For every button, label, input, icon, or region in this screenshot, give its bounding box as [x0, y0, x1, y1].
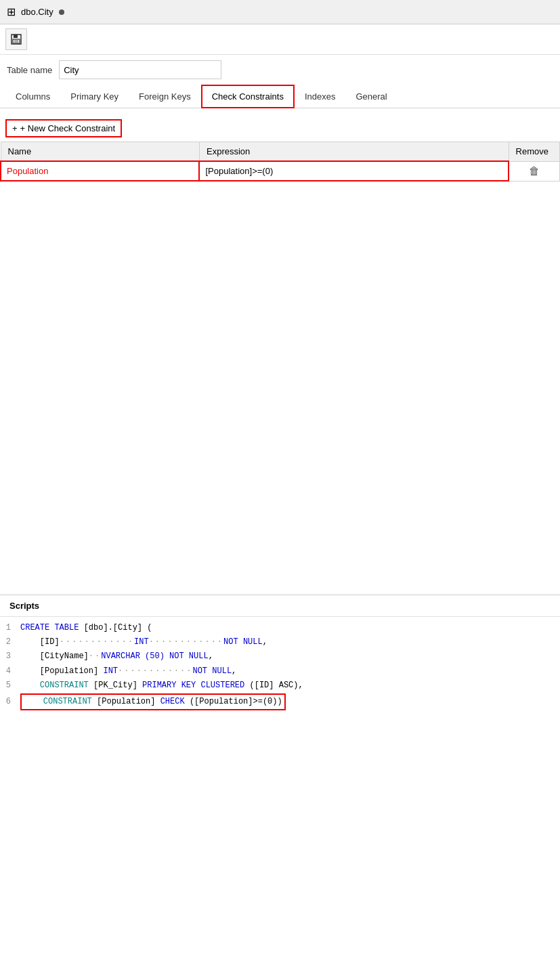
scripts-body: 1 CREATE TABLE [dbo].[City] ( 2 [ID]····…	[0, 617, 560, 715]
line-content-4: [Population] INT············NOT NULL,	[20, 665, 236, 678]
line-content-6: CONSTRAINT [Population] CHECK ([Populati…	[20, 693, 286, 710]
constraint-expression-cell[interactable]: [Population]>=(0)	[199, 161, 509, 181]
script-line-2: 2 [ID]············INT············NOT NUL…	[0, 635, 560, 649]
tab-columns[interactable]: Columns	[5, 85, 60, 108]
remove-constraint-button[interactable]: 🗑	[529, 165, 540, 177]
script-line-5: 5 CONSTRAINT [PK_City] PRIMARY KEY CLUST…	[0, 679, 560, 693]
line-num-5: 5	[0, 679, 20, 692]
tabs-bar: Columns Primary Key Foreign Keys Check C…	[0, 85, 560, 108]
scripts-section: Scripts 1 CREATE TABLE [dbo].[City] ( 2 …	[0, 595, 560, 715]
line-num-3: 3	[0, 650, 20, 663]
line-num-1: 1	[0, 622, 20, 635]
col-header-expression: Expression	[199, 142, 509, 162]
save-button[interactable]	[5, 28, 27, 50]
line-num-6: 6	[0, 695, 20, 708]
table-row: Population [Population]>=(0) 🗑	[1, 161, 560, 181]
add-constraint-button[interactable]: + + New Check Constraint	[5, 119, 122, 137]
table-name-label: Table name	[7, 65, 52, 75]
table-name-row: Table name	[0, 55, 560, 85]
line-num-4: 4	[0, 665, 20, 678]
tab-primary-key[interactable]: Primary Key	[60, 85, 129, 108]
svg-rect-1	[14, 35, 18, 38]
script-line-3: 3 [CityName]··NVARCHAR (50) NOT NULL,	[0, 649, 560, 664]
line-content-3: [CityName]··NVARCHAR (50) NOT NULL,	[20, 650, 213, 663]
save-icon	[10, 33, 22, 45]
line-num-2: 2	[0, 636, 20, 649]
toolbar	[0, 24, 560, 55]
constraints-table: Name Expression Remove Population [Popul…	[0, 142, 560, 181]
line-content-1: CREATE TABLE [dbo].[City] (	[20, 622, 152, 635]
script-line-6: 6 CONSTRAINT [Population] CHECK ([Popula…	[0, 693, 560, 711]
content-area: + + New Check Constraint Name Expression…	[0, 108, 560, 188]
add-constraint-label: + New Check Constraint	[20, 123, 116, 133]
tab-check-constraints[interactable]: Check Constraints	[201, 85, 295, 108]
line-content-2: [ID]············INT············NOT NULL,	[20, 636, 267, 649]
title-bar: ⊞ dbo.City	[0, 0, 560, 24]
tab-foreign-keys[interactable]: Foreign Keys	[129, 85, 201, 108]
plus-icon: +	[12, 123, 18, 133]
line-content-5: CONSTRAINT [PK_City] PRIMARY KEY CLUSTER…	[20, 679, 303, 692]
svg-rect-3	[14, 40, 18, 43]
table-name-input[interactable]	[59, 60, 221, 79]
window-title: dbo.City	[21, 7, 53, 17]
table-icon: ⊞	[7, 5, 16, 18]
tab-general[interactable]: General	[345, 85, 397, 108]
col-header-name: Name	[1, 142, 199, 162]
script-line-4: 4 [Population] INT············NOT NULL,	[0, 664, 560, 679]
constraint-remove-cell[interactable]: 🗑	[509, 161, 559, 181]
constraint-name-cell[interactable]: Population	[1, 161, 199, 181]
scripts-header: Scripts	[0, 595, 560, 617]
modified-indicator	[59, 9, 64, 15]
script-line-1: 1 CREATE TABLE [dbo].[City] (	[0, 621, 560, 635]
col-header-remove: Remove	[509, 142, 559, 162]
tab-indexes[interactable]: Indexes	[295, 85, 346, 108]
